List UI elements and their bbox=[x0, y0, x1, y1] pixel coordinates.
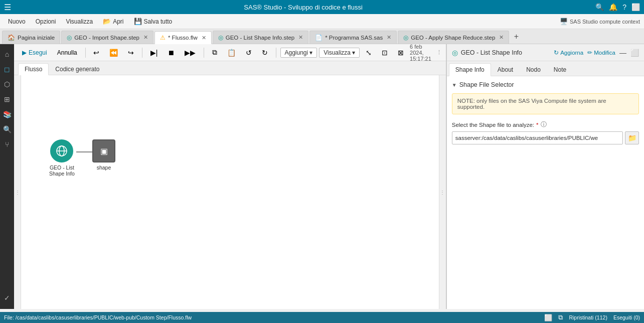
tab-home[interactable]: 🏠 Pagina iniziale bbox=[2, 31, 60, 44]
shape-node[interactable]: ▣ shape bbox=[92, 139, 115, 171]
sidebar-search-icon[interactable]: 🔍 bbox=[1, 123, 13, 135]
shape-node-label: shape bbox=[97, 165, 111, 171]
panel-minimize-button[interactable]: — bbox=[619, 49, 626, 57]
annulla-button[interactable]: Annulla bbox=[53, 46, 81, 59]
menu-apri[interactable]: 📂 Apri bbox=[99, 16, 127, 27]
status-right: ⬜ ⧉ Ripristinati (112) Eseguiti (0) bbox=[544, 313, 640, 321]
undo-button[interactable]: ↩ bbox=[89, 46, 103, 59]
menu-salva-tutto[interactable]: 💾 Salva tutto bbox=[130, 16, 177, 27]
visualizza-label: Visualizza bbox=[66, 18, 93, 25]
aggiorna-button[interactable]: ↻ Aggiorna bbox=[554, 49, 583, 56]
geo-node[interactable]: GEO - ListShape Info bbox=[49, 139, 75, 177]
sidebar-home-icon[interactable]: ⌂ bbox=[1, 48, 13, 60]
zoom-custom-button[interactable]: ⊠ bbox=[394, 46, 408, 59]
listshape-tab-icon: ◎ bbox=[218, 34, 223, 41]
search-title-icon[interactable]: 🔍 bbox=[595, 3, 604, 11]
shape-node-icon: ▣ bbox=[92, 139, 115, 163]
paste-button[interactable]: 📋 bbox=[223, 46, 240, 59]
left-sidebar: ⌂ ◻ ⬡ ⊞ 📚 🔍 ⑂ ✓ bbox=[0, 44, 14, 309]
tab-listshape[interactable]: ◎ GEO - List Shape Info.step ✕ bbox=[213, 31, 308, 44]
tab-programma[interactable]: 📄 * Programma SAS.sas ✕ bbox=[309, 31, 397, 44]
import-tab-icon: ◎ bbox=[67, 34, 72, 41]
menu-opzioni[interactable]: Opzioni bbox=[32, 17, 60, 27]
right-tab-nodo[interactable]: Nodo bbox=[520, 63, 547, 76]
tab-apply-close[interactable]: ✕ bbox=[499, 34, 504, 41]
modifica-label: Modifica bbox=[594, 50, 615, 56]
modifica-button[interactable]: ✏ Modifica bbox=[587, 49, 615, 56]
timestamp: 6 feb 2024, 15:17:21 bbox=[410, 44, 432, 62]
visualizza-dropdown[interactable]: Visualizza ▾ bbox=[319, 48, 360, 58]
menu-visualizza[interactable]: Visualizza bbox=[62, 17, 97, 27]
section-title: Shape File Selector bbox=[459, 81, 514, 88]
aggiorna-label: Aggiorna bbox=[560, 50, 583, 56]
fit-view-button[interactable]: ⤡ bbox=[362, 46, 376, 59]
tab-import-label: GEO - Import Shape.step bbox=[74, 35, 139, 41]
sidebar-library-icon[interactable]: 📚 bbox=[1, 108, 13, 120]
sep1 bbox=[85, 48, 86, 58]
add-tab-button[interactable]: + bbox=[510, 31, 522, 43]
notification-icon[interactable]: 🔔 bbox=[609, 3, 617, 11]
home-tab-icon: 🏠 bbox=[8, 34, 15, 41]
sidebar-check-icon[interactable]: ✓ bbox=[1, 292, 13, 304]
run-selected-button[interactable]: ▶| bbox=[146, 46, 162, 59]
salva-tutto-label: Salva tutto bbox=[144, 18, 173, 25]
aggiungi-dropdown[interactable]: Aggiungi ▾ bbox=[280, 48, 317, 58]
help-icon[interactable]: ? bbox=[622, 3, 626, 11]
window-maximize-icon[interactable]: ⬜ bbox=[631, 3, 640, 11]
right-tab-shapeinfo[interactable]: Shape Info bbox=[449, 63, 491, 76]
sidebar-code-icon[interactable]: ◻ bbox=[1, 63, 13, 75]
esegui-button[interactable]: ▶ Esegui bbox=[18, 46, 51, 59]
sidebar-data-icon[interactable]: ⊞ bbox=[1, 93, 13, 105]
panel-maximize-button[interactable]: ⬜ bbox=[630, 49, 639, 57]
redo-redo-button[interactable]: ⏪ bbox=[105, 46, 122, 59]
tab-listshape-close[interactable]: ✕ bbox=[298, 34, 303, 41]
right-panel-content: ▼ Shape File Selector NOTE: only files o… bbox=[447, 76, 644, 309]
field-label: Select the Shape file to analyze: * ⓘ bbox=[452, 120, 639, 129]
tabs-bar: 🏠 Pagina iniziale ◎ GEO - Import Shape.s… bbox=[0, 29, 644, 44]
tab-flusso-close[interactable]: ✕ bbox=[202, 35, 206, 41]
tab-listshape-label: GEO - List Shape Info.step bbox=[226, 35, 294, 41]
canvas-container: ⋮ GEO - bbox=[14, 75, 446, 309]
info-icon[interactable]: ⓘ bbox=[541, 120, 547, 129]
visualizza-chevron: ▾ bbox=[352, 49, 355, 56]
flow-panel: ▶ Esegui Annulla ↩ ⏪ ↪ ▶| ⏹ ▶▶ ⧉ 📋 ↺ ↻ A… bbox=[14, 44, 446, 309]
tab-apply[interactable]: ◎ GEO - Apply Shape Reduce.step ✕ bbox=[398, 31, 509, 44]
annulla-label: Annulla bbox=[57, 49, 77, 56]
undo2-button[interactable]: ↺ bbox=[242, 46, 256, 59]
minimize-status-icon[interactable]: ⬜ bbox=[544, 314, 552, 321]
note-text: NOTE: only files on the SAS Viya Compute… bbox=[457, 98, 606, 110]
browse-button[interactable]: 📁 bbox=[625, 131, 639, 144]
sub-tab-flusso[interactable]: Flusso bbox=[18, 63, 49, 75]
flow-canvas[interactable]: GEO - ListShape Info ▣ shape bbox=[21, 75, 439, 309]
flow-right-strip: ⋮ bbox=[439, 75, 446, 309]
right-tab-about[interactable]: About bbox=[491, 63, 520, 76]
hamburger-menu[interactable]: ☰ bbox=[4, 3, 11, 12]
compute-context-label: SAS Studio compute context bbox=[570, 19, 640, 25]
note-box: NOTE: only files on the SAS Viya Compute… bbox=[452, 93, 639, 114]
right-panel: ◎ GEO - List Shape Info ↻ Aggiorna ✏ Mod… bbox=[446, 44, 644, 309]
opzioni-label: Opzioni bbox=[36, 18, 56, 25]
flow-strip-icon2: ⋮ bbox=[440, 190, 445, 195]
shape-file-input[interactable] bbox=[452, 131, 623, 144]
tab-import[interactable]: ◎ GEO - Import Shape.step ✕ bbox=[61, 31, 153, 44]
redo2-button[interactable]: ↻ bbox=[258, 46, 272, 59]
tab-programma-close[interactable]: ✕ bbox=[387, 34, 391, 41]
refresh-button[interactable]: ↪ bbox=[124, 46, 138, 59]
esegui-label: Esegui bbox=[29, 49, 47, 56]
right-tab-note[interactable]: Note bbox=[547, 63, 573, 76]
zoom-fit-button[interactable]: ⊡ bbox=[378, 46, 392, 59]
sidebar-git-icon[interactable]: ⑂ bbox=[1, 138, 13, 150]
section-header[interactable]: ▼ Shape File Selector bbox=[452, 81, 639, 88]
run-all-button[interactable]: ▶▶ bbox=[181, 46, 200, 59]
tab-import-close[interactable]: ✕ bbox=[143, 34, 148, 41]
stop-button[interactable]: ⏹ bbox=[164, 46, 179, 59]
sidebar-flow-icon[interactable]: ⬡ bbox=[1, 78, 13, 90]
flow-toolbar: ▶ Esegui Annulla ↩ ⏪ ↪ ▶| ⏹ ▶▶ ⧉ 📋 ↺ ↻ A… bbox=[14, 44, 446, 61]
sub-tab-codice[interactable]: Codice generato bbox=[49, 63, 106, 75]
copy-button[interactable]: ⧉ bbox=[208, 46, 221, 59]
restore-status-icon[interactable]: ⧉ bbox=[558, 313, 563, 321]
menu-nuovo[interactable]: Nuovo bbox=[4, 17, 30, 27]
collapse-icon: ▼ bbox=[452, 82, 457, 88]
tab-flusso[interactable]: ⚠ * Flusso.flw ✕ bbox=[154, 31, 212, 44]
more-options-icon[interactable]: ⋮ bbox=[436, 49, 442, 56]
